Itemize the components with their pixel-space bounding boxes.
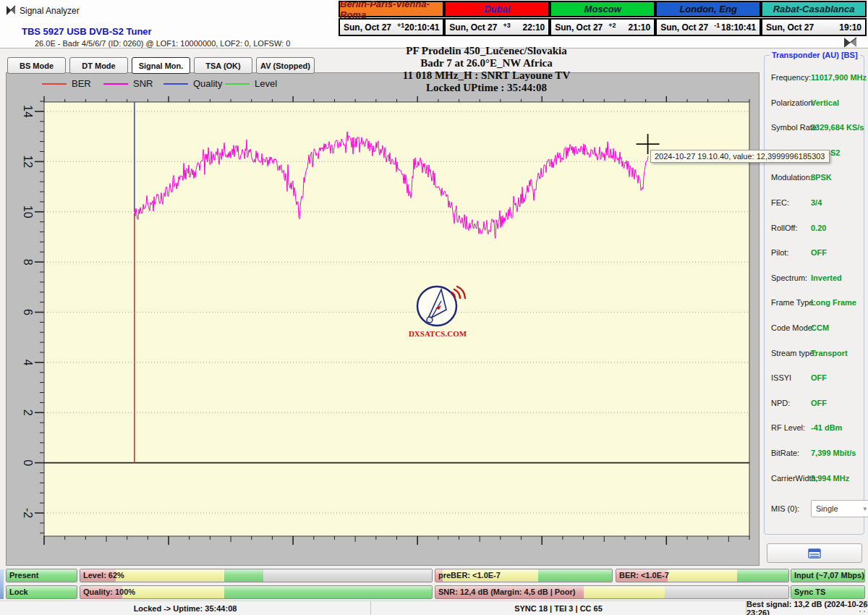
clock-3: Moscow Sun, Oct 27 +2 21:10 bbox=[550, 1, 655, 36]
clock-datetime: Sun, Oct 27 +3 22:10 bbox=[444, 18, 550, 36]
clock-city: Dubai bbox=[444, 1, 550, 17]
save-icon bbox=[808, 548, 821, 559]
transponder-value: CCM bbox=[811, 323, 829, 332]
legend-label: Quality bbox=[193, 78, 222, 89]
legend-label: SNR bbox=[133, 78, 153, 89]
watermark-text: DXSATCS.COM bbox=[409, 329, 467, 338]
legend-swatch bbox=[103, 83, 128, 85]
transponder-label: Frame Type: bbox=[771, 298, 816, 308]
transponder-panel-title: Transponder (AU) [BS] bbox=[770, 51, 860, 59]
tab-tsa-ok[interactable]: TSA (OK) bbox=[194, 57, 252, 74]
bar-present: Present bbox=[6, 569, 77, 582]
transponder-row-symbol-rate: Symbol Rate: 3329,684 KS/s bbox=[771, 123, 861, 133]
signal-chart-panel: 14121086420-2 BERSNRQualityLevel DXSATCS… bbox=[6, 72, 760, 566]
svg-text:4: 4 bbox=[22, 359, 34, 365]
mis-select[interactable]: Single ▾ bbox=[811, 500, 868, 517]
transponder-label: BitRate: bbox=[771, 449, 799, 459]
tuner-details: 26.0E - Badr 4/5/6/7 (ID: 0260) @ LOF1: … bbox=[35, 39, 290, 48]
svg-text:2: 2 bbox=[22, 410, 34, 416]
bar-label: Level: 62% bbox=[83, 571, 124, 580]
clock-date: Sun, Oct 27 bbox=[344, 22, 391, 33]
clock-datetime: Sun, Oct 27 -1 18:10:41 bbox=[655, 18, 761, 36]
clock-city: Rabat-Casablanca bbox=[761, 1, 867, 17]
bar-snr: SNR: 12,4 dB (Margin: 4,5 dB | Poor) bbox=[435, 585, 789, 599]
legend-item-ber: BER bbox=[42, 78, 91, 89]
clock-datetime: Sun, Oct 27 19:10 bbox=[761, 18, 867, 36]
transponder-value: 3329,684 KS/s bbox=[811, 123, 864, 132]
transponder-value: 3,994 MHz bbox=[811, 474, 849, 483]
tab-signal-mon[interactable]: Signal Mon. bbox=[132, 57, 190, 74]
clock-time-value: 20:10:41 bbox=[404, 22, 439, 33]
bar-label: SNR: 12,4 dB (Margin: 4,5 dB | Poor) bbox=[438, 588, 576, 596]
transponder-row-modulation: Modulation: 8PSK bbox=[771, 173, 861, 183]
bar-label: BER: <1.0E-7 bbox=[619, 571, 669, 580]
tab-bs-mode[interactable]: BS Mode bbox=[7, 57, 66, 74]
svg-text:8: 8 bbox=[22, 259, 34, 266]
clock-city: London, Eng bbox=[655, 1, 761, 17]
clock-city: Moscow bbox=[550, 1, 655, 17]
transponder-panel: Frequency: 11017,900 MHzPolarization: Ve… bbox=[764, 55, 864, 535]
header-line-frequency: 11 018 MHz_H : SNRT Layoune TV bbox=[289, 69, 684, 82]
transponder-label: RollOff: bbox=[771, 224, 797, 234]
bar-quality: Quality: 100% bbox=[80, 585, 433, 599]
mis-label: MIS (0): bbox=[771, 504, 799, 513]
clock-2: Dubai Sun, Oct 27 +3 22:10 bbox=[444, 1, 550, 36]
resize-grip[interactable] bbox=[858, 605, 867, 614]
legend-label: Level bbox=[255, 78, 277, 89]
transponder-label: Modulation: bbox=[771, 173, 812, 183]
transponder-row-carrierwidth: CarrierWidth: 3,994 MHz bbox=[771, 474, 861, 484]
transponder-row-rolloff: RollOff: 0.20 bbox=[771, 224, 861, 234]
clock-utc-offset: +2 bbox=[608, 22, 616, 29]
transponder-value: OFF bbox=[811, 399, 827, 407]
save-button[interactable] bbox=[767, 543, 862, 563]
legend-label: BER bbox=[72, 78, 91, 89]
clock-1: Berlin-Paris-Vienna-Roma Sun, Oct 27 +1 … bbox=[339, 1, 444, 36]
tab-dt-mode[interactable]: DT Mode bbox=[69, 57, 128, 74]
bar-syncts: Sync TS bbox=[791, 585, 865, 599]
bar-label: preBER: <1.0E-7 bbox=[438, 571, 501, 580]
transponder-label: FEC: bbox=[771, 198, 789, 208]
transponder-row-npd: NPD: OFF bbox=[771, 399, 861, 409]
clock-utc-offset: +3 bbox=[503, 22, 510, 29]
transponder-label: Stream type: bbox=[771, 349, 816, 359]
transponder-row-spectrum: Spectrum: Inverted bbox=[771, 273, 861, 284]
transponder-row-issyi: ISSYI OFF bbox=[771, 373, 861, 383]
clock-4: London, Eng Sun, Oct 27 -1 18:10:41 bbox=[655, 1, 761, 36]
svg-text:0: 0 bbox=[22, 459, 34, 466]
corner-logo-icon bbox=[842, 36, 858, 50]
transponder-label: Frequency: bbox=[771, 73, 811, 83]
transponder-value: OFF bbox=[811, 373, 827, 382]
signal-analyzer-window: Signal Analyzer TBS 5927 USB DVB-S2 Tune… bbox=[0, 0, 868, 615]
world-clocks: Berlin-Paris-Vienna-Roma Sun, Oct 27 +1 … bbox=[339, 1, 867, 36]
status-uptime: Locked -> Uptime: 35:44:08 bbox=[0, 601, 371, 615]
clock-utc-offset: -1 bbox=[714, 22, 720, 29]
legend-item-quality: Quality bbox=[163, 78, 222, 89]
bar-level: Level: 62% bbox=[80, 569, 433, 582]
bar-label: Lock bbox=[9, 588, 28, 596]
status-sync-counters: SYNC 18 | TEI 3 | CC 65 bbox=[371, 601, 746, 615]
header-line-dish: PF Prodelin 450_Lučenec/Slovakia bbox=[289, 45, 684, 57]
app-logo-icon bbox=[5, 4, 17, 17]
transponder-row-frequency: Frequency: 11017,900 MHz bbox=[771, 73, 861, 83]
transponder-label: RF Level: bbox=[771, 423, 805, 433]
legend-swatch bbox=[163, 83, 188, 85]
tab-av-stopped[interactable]: AV (Stopped) bbox=[256, 57, 315, 74]
bar-ber: BER: <1.0E-7 bbox=[616, 569, 789, 582]
transponder-row-fec: FEC: 3/4 bbox=[771, 198, 861, 208]
window-title: Signal Analyzer bbox=[20, 6, 80, 16]
site-header-block: PF Prodelin 450_Lučenec/Slovakia Badr 7 … bbox=[289, 45, 684, 94]
clock-date: Sun, Oct 27 bbox=[555, 22, 603, 33]
transponder-row-stream-type: Stream type: Transport bbox=[771, 349, 861, 359]
header-line-satellite: Badr 7 at 26.0°E_NW Africa bbox=[289, 57, 684, 69]
transponder-row-rf-level: RF Level: -41 dBm bbox=[771, 423, 861, 433]
legend-item-snr: SNR bbox=[103, 78, 153, 89]
transponder-value: Vertical bbox=[811, 98, 839, 107]
svg-text:14: 14 bbox=[22, 105, 34, 118]
clock-city: Berlin-Paris-Vienna-Roma bbox=[339, 1, 444, 17]
header-line-uptime: Locked UPtime : 35:44:08 bbox=[289, 82, 684, 94]
transponder-row-code-mode: Code Mode: CCM bbox=[771, 323, 861, 334]
bar-label: Quality: 100% bbox=[83, 588, 135, 596]
transponder-label: ISSYI bbox=[771, 373, 791, 383]
snr-trend-chart[interactable]: 14121086420-2 bbox=[7, 73, 759, 565]
transponder-value: Long Frame bbox=[811, 298, 856, 307]
